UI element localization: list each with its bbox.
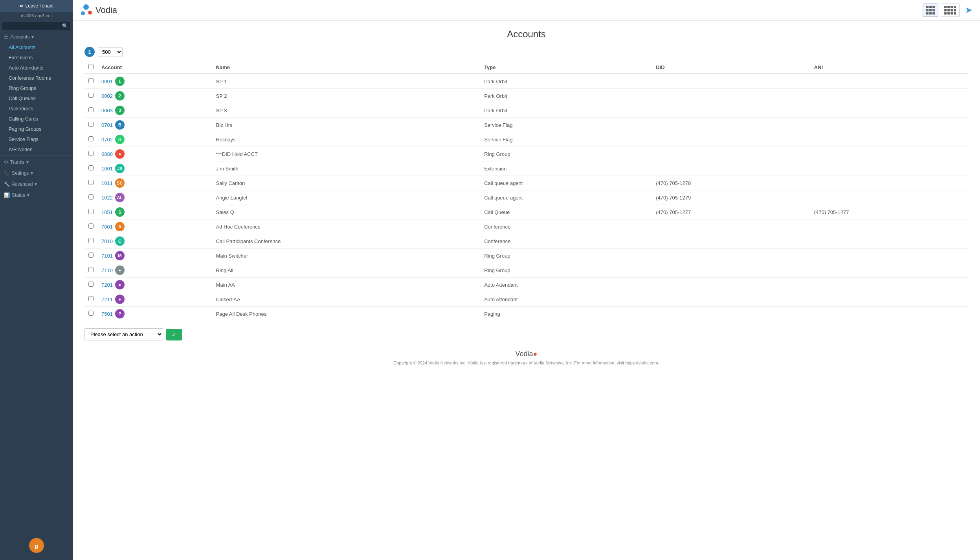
account-number: 0701 bbox=[101, 122, 113, 128]
row-checkbox[interactable] bbox=[88, 267, 94, 272]
account-link[interactable]: 1022 AL bbox=[101, 193, 208, 202]
account-number: 1022 bbox=[101, 195, 113, 201]
account-link[interactable]: 1011 SC bbox=[101, 178, 208, 188]
row-account-cell: 0888 ● bbox=[97, 147, 212, 161]
row-checkbox-cell bbox=[84, 103, 97, 118]
account-link[interactable]: 7211 ● bbox=[101, 295, 208, 304]
row-checkbox[interactable] bbox=[88, 165, 94, 170]
row-checkbox[interactable] bbox=[88, 107, 94, 112]
row-checkbox[interactable] bbox=[88, 311, 94, 316]
sidebar-item-extensions[interactable]: Extensions bbox=[0, 53, 73, 63]
header-type: Type bbox=[480, 61, 652, 74]
row-checkbox[interactable] bbox=[88, 223, 94, 229]
sidebar-item-paging-groups[interactable]: Paging Groups bbox=[0, 124, 73, 134]
row-checkbox[interactable] bbox=[88, 194, 94, 199]
row-ani-cell bbox=[810, 176, 968, 190]
row-ani-cell bbox=[810, 161, 968, 176]
row-checkbox-cell bbox=[84, 118, 97, 132]
sidebar-item-ring-groups[interactable]: Ring Groups bbox=[0, 83, 73, 93]
row-name-cell: Biz Hrs bbox=[212, 118, 481, 132]
account-badge: 3 bbox=[115, 106, 125, 115]
account-link[interactable]: 7010 C bbox=[101, 236, 208, 246]
account-link[interactable]: 0003 3 bbox=[101, 106, 208, 115]
row-account-cell: 7001 A bbox=[97, 220, 212, 234]
row-account-cell: 7101 M bbox=[97, 249, 212, 263]
nav-accounts-header[interactable]: ☰ Accounts ▾ bbox=[0, 31, 73, 42]
header-account: Account bbox=[97, 61, 212, 74]
nav-trunks-header[interactable]: ⚙ Trunks ▾ bbox=[0, 157, 73, 168]
row-checkbox[interactable] bbox=[88, 136, 94, 141]
row-did-cell bbox=[652, 89, 810, 103]
sidebar-item-service-flags[interactable]: Service Flags bbox=[0, 134, 73, 145]
search-icon-button[interactable]: 🔍 bbox=[62, 23, 68, 29]
row-checkbox-cell bbox=[84, 190, 97, 205]
row-did-cell bbox=[652, 161, 810, 176]
avatar[interactable]: g bbox=[29, 538, 44, 553]
table-header-row: Account Name Type DID ANI bbox=[84, 61, 968, 74]
account-link[interactable]: 0701 B bbox=[101, 120, 208, 130]
row-checkbox[interactable] bbox=[88, 296, 94, 301]
account-link[interactable]: 1051 S bbox=[101, 207, 208, 217]
account-badge: SC bbox=[115, 178, 125, 188]
account-number: 0002 bbox=[101, 93, 113, 99]
checkmark-icon: ✓ bbox=[172, 331, 176, 338]
row-checkbox[interactable] bbox=[88, 282, 94, 287]
grid-view-button[interactable] bbox=[923, 4, 938, 17]
action-select[interactable]: Please select an action Delete Export bbox=[84, 328, 163, 340]
sidebar-item-calling-cards[interactable]: Calling Cards bbox=[0, 114, 73, 124]
row-account-cell: 0001 1 bbox=[97, 74, 212, 89]
header-name: Name bbox=[212, 61, 481, 74]
confirm-action-button[interactable]: ✓ bbox=[166, 329, 182, 340]
search-input[interactable] bbox=[5, 23, 62, 29]
sidebar-item-call-queues[interactable]: Call Queues bbox=[0, 93, 73, 104]
account-link[interactable]: 0888 ● bbox=[101, 149, 208, 159]
sidebar-item-auto-attendants[interactable]: Auto Attendants bbox=[0, 63, 73, 73]
row-checkbox[interactable] bbox=[88, 253, 94, 258]
wide-grid-view-button[interactable] bbox=[941, 4, 960, 17]
account-link[interactable]: 7201 ● bbox=[101, 280, 208, 289]
table-row: 1001 JS Jim Smith Extension bbox=[84, 161, 968, 176]
account-link[interactable]: 7110 ● bbox=[101, 265, 208, 275]
account-link[interactable]: 1001 JS bbox=[101, 164, 208, 173]
header-ani: ANI bbox=[810, 61, 968, 74]
row-checkbox-cell bbox=[84, 220, 97, 234]
sidebar-item-all-accounts[interactable]: All Accounts bbox=[0, 42, 73, 53]
row-name-cell: SP 1 bbox=[212, 74, 481, 89]
page-title: Accounts bbox=[84, 29, 968, 40]
per-page-select[interactable]: 500 50 100 200 1000 bbox=[98, 47, 123, 57]
table-row: 0002 2 SP 2 Park Orbit bbox=[84, 89, 968, 103]
nav-advanced-header[interactable]: 🔧 Advanced ▾ bbox=[0, 179, 73, 190]
select-all-checkbox[interactable] bbox=[88, 64, 94, 69]
search-bar[interactable]: 🔍 bbox=[2, 22, 70, 30]
row-checkbox[interactable] bbox=[88, 78, 94, 83]
sidebar-item-park-orbits[interactable]: Park Orbits bbox=[0, 104, 73, 114]
row-checkbox[interactable] bbox=[88, 122, 94, 127]
logo-text: Vodia bbox=[95, 5, 117, 15]
account-link[interactable]: 7001 A bbox=[101, 222, 208, 231]
row-checkbox[interactable] bbox=[88, 180, 94, 185]
account-link[interactable]: 0002 2 bbox=[101, 91, 208, 101]
row-name-cell: Main AA bbox=[212, 278, 481, 292]
account-badge: ● bbox=[115, 149, 125, 159]
table-row: 1022 AL Angie Langtel Call queue agent (… bbox=[84, 190, 968, 205]
row-type-cell: Call Queue bbox=[480, 205, 652, 220]
account-link[interactable]: 0702 H bbox=[101, 135, 208, 144]
row-type-cell: Ring Group bbox=[480, 249, 652, 263]
row-checkbox[interactable] bbox=[88, 238, 94, 243]
account-link[interactable]: 7501 P bbox=[101, 309, 208, 318]
leave-tenant-button[interactable]: ⬅ Leave Tenant bbox=[0, 0, 73, 12]
account-link[interactable]: 7101 M bbox=[101, 251, 208, 260]
footer-text: Copyright © 2024 Vodia Networks Inc. Vod… bbox=[84, 360, 968, 367]
account-link[interactable]: 0001 1 bbox=[101, 77, 208, 86]
sidebar-item-conference-rooms[interactable]: Conference Rooms bbox=[0, 73, 73, 83]
logout-button[interactable]: ➤ bbox=[963, 4, 974, 17]
row-checkbox[interactable] bbox=[88, 151, 94, 156]
nav-settings-header[interactable]: 📞 Settings ▾ bbox=[0, 168, 73, 179]
row-checkbox[interactable] bbox=[88, 93, 94, 98]
account-number: 7211 bbox=[101, 296, 113, 302]
row-checkbox[interactable] bbox=[88, 209, 94, 214]
settings-icon: 📞 bbox=[4, 170, 10, 176]
sidebar-item-ivr-nodes[interactable]: IVR Nodes bbox=[0, 145, 73, 155]
footer-dot: ● bbox=[533, 350, 538, 358]
nav-status-header[interactable]: 📊 Status ▾ bbox=[0, 190, 73, 201]
